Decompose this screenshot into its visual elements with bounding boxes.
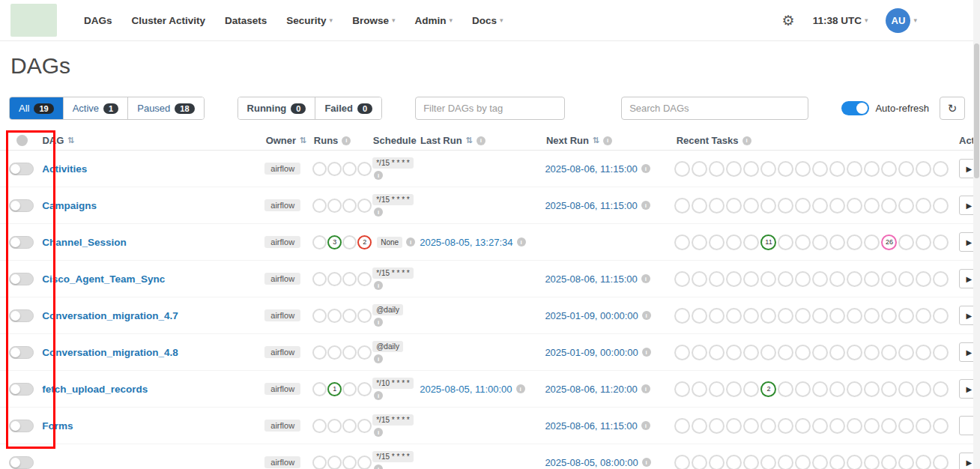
app-logo[interactable] (10, 4, 57, 37)
task-status-circle[interactable] (933, 161, 949, 177)
run-status-circle[interactable] (312, 272, 327, 286)
run-status-circle[interactable] (342, 456, 357, 469)
task-status-circle[interactable] (812, 161, 828, 177)
schedule-badge[interactable]: */15 * * * * (372, 414, 413, 426)
task-status-circle[interactable] (864, 418, 880, 434)
task-status-circle[interactable] (916, 381, 931, 397)
info-icon[interactable]: i (374, 354, 383, 363)
info-icon[interactable] (16, 135, 28, 146)
task-status-circle[interactable] (812, 455, 828, 469)
task-status-circle[interactable] (812, 418, 828, 434)
task-status-circle[interactable] (812, 345, 828, 360)
run-status-circle[interactable] (327, 419, 342, 433)
task-status-circle[interactable] (760, 198, 776, 214)
task-status-circle[interactable] (916, 234, 931, 250)
info-icon[interactable]: i (642, 458, 651, 467)
task-status-circle[interactable] (674, 381, 690, 397)
last-run-link[interactable]: 2025-08-05, 13:27:34 (420, 237, 512, 248)
sort-icon[interactable]: ⇅ (67, 136, 74, 145)
dag-pause-toggle[interactable] (9, 420, 34, 432)
task-status-circle[interactable] (743, 234, 759, 250)
schedule-badge[interactable]: */15 * * * * (372, 194, 413, 205)
task-status-circle[interactable] (692, 418, 707, 434)
info-icon[interactable]: i (641, 164, 650, 173)
task-status-circle[interactable] (743, 308, 759, 324)
task-status-circle[interactable] (898, 234, 914, 250)
run-status-circle[interactable] (327, 272, 342, 286)
task-status-circle[interactable]: 26 (881, 234, 897, 250)
gear-icon[interactable]: ⚙ (782, 12, 795, 28)
task-status-circle[interactable] (743, 161, 759, 177)
task-status-circle[interactable] (674, 234, 690, 250)
task-status-circle[interactable] (795, 271, 811, 287)
task-status-circle[interactable] (778, 455, 793, 469)
scrollbar[interactable] (973, 0, 980, 469)
run-status-circle[interactable] (327, 345, 342, 360)
dag-name-link[interactable]: Conversation_migration_4.7 (42, 310, 178, 321)
task-status-circle[interactable] (692, 271, 707, 287)
run-status-circle[interactable] (312, 235, 327, 249)
task-status-circle[interactable] (795, 381, 811, 397)
dag-pause-toggle[interactable] (9, 273, 34, 285)
info-icon[interactable]: i (517, 237, 526, 246)
task-status-circle[interactable] (674, 418, 690, 434)
user-menu[interactable]: AU ▾ (886, 8, 917, 33)
task-status-circle[interactable] (864, 198, 880, 214)
task-status-circle[interactable] (743, 381, 759, 397)
task-status-circle[interactable] (709, 198, 725, 214)
task-status-circle[interactable] (898, 455, 914, 469)
info-icon[interactable]: i (641, 384, 650, 393)
task-status-circle[interactable] (674, 345, 690, 360)
schedule-badge[interactable]: @daily (372, 341, 403, 352)
task-status-circle[interactable] (726, 198, 742, 214)
task-status-circle[interactable] (760, 161, 776, 177)
schedule-badge[interactable]: */15 * * * * (372, 157, 413, 169)
task-status-circle[interactable] (847, 271, 862, 287)
dag-pause-toggle[interactable] (9, 383, 34, 396)
task-status-circle[interactable] (778, 418, 793, 434)
task-status-circle[interactable] (709, 418, 725, 434)
task-status-circle[interactable] (709, 308, 725, 324)
task-status-circle[interactable] (692, 234, 707, 250)
dag-name-link[interactable]: Campaigns (42, 200, 97, 211)
info-icon[interactable]: i (477, 136, 486, 145)
task-status-circle[interactable] (795, 308, 811, 324)
last-run-link[interactable]: 2025-08-05, 11:00:00 (420, 384, 512, 395)
info-icon[interactable]: i (374, 318, 383, 327)
task-status-circle[interactable] (847, 234, 862, 250)
scrollbar-thumb[interactable] (974, 43, 979, 178)
info-icon[interactable]: i (641, 421, 650, 430)
run-status-circle[interactable] (342, 199, 357, 213)
task-status-circle[interactable] (674, 308, 690, 324)
run-status-circle[interactable] (357, 272, 372, 286)
task-status-circle[interactable] (709, 455, 725, 469)
run-status-circle[interactable]: 1 (327, 382, 342, 396)
task-status-circle[interactable] (692, 345, 707, 360)
task-status-circle[interactable] (829, 198, 845, 214)
task-status-circle[interactable] (847, 381, 862, 397)
run-status-circle[interactable] (312, 162, 327, 176)
task-status-circle[interactable] (760, 418, 776, 434)
task-status-circle[interactable] (743, 455, 759, 469)
sort-icon[interactable]: ⇅ (466, 136, 473, 145)
run-status-circle[interactable] (342, 419, 357, 433)
run-status-circle[interactable] (342, 309, 357, 323)
task-status-circle[interactable] (898, 271, 914, 287)
task-status-circle[interactable] (864, 455, 880, 469)
run-status-circle[interactable] (357, 456, 372, 469)
task-status-circle[interactable] (933, 381, 949, 397)
task-status-circle[interactable] (829, 418, 845, 434)
task-status-circle[interactable] (881, 161, 897, 177)
task-status-circle[interactable] (795, 161, 811, 177)
info-icon[interactable]: i (641, 274, 650, 283)
dag-name-link[interactable]: fetch_upload_records (42, 384, 148, 395)
nav-item-admin[interactable]: Admin▾ (414, 15, 453, 26)
refresh-button[interactable]: ↻ (940, 97, 965, 120)
task-status-circle[interactable] (726, 418, 742, 434)
task-status-circle[interactable] (709, 234, 725, 250)
run-status-circle[interactable] (327, 162, 342, 176)
task-status-circle[interactable] (726, 271, 742, 287)
task-status-circle[interactable] (881, 418, 897, 434)
task-status-circle[interactable] (760, 455, 776, 469)
task-status-circle[interactable] (847, 198, 862, 214)
